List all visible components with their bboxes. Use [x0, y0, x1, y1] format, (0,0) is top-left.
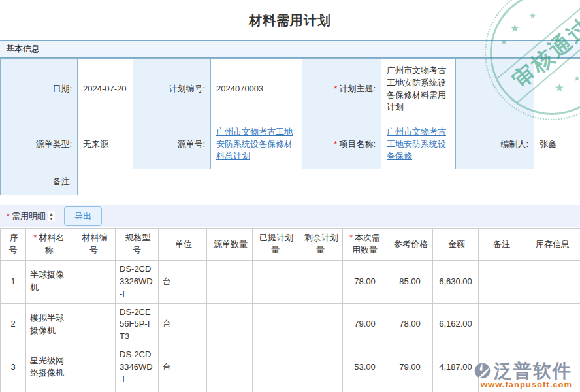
- project-link[interactable]: 广州市文物考古工地安防系统设备保修: [387, 127, 446, 161]
- details-toolbar: * 需用明细 ▲ ▼ 导出: [0, 205, 580, 227]
- col-header-material-no: 材料编号: [72, 229, 116, 261]
- table-cell: 星光级网络摄像机: [26, 346, 72, 389]
- table-cell: [253, 389, 298, 392]
- project-name-label: *项目名称:: [302, 120, 381, 169]
- export-button[interactable]: 导出: [64, 206, 102, 226]
- table-cell: 85.00: [387, 261, 433, 304]
- source-doc-link[interactable]: 广州市文物考古工地安防系统设备保修材料总计划: [216, 127, 293, 161]
- source-type-label: 源单类型:: [1, 120, 78, 169]
- plan-no-value: 2024070003: [211, 59, 302, 120]
- table-cell: [207, 346, 253, 389]
- col-header-current-required-qty: *本次需用数量: [343, 229, 387, 261]
- table-cell: DS-2CE56F5P-IT3: [116, 303, 159, 346]
- source-no-label: 源单号:: [133, 120, 211, 169]
- table-cell: [523, 303, 580, 346]
- chevron-down-icon[interactable]: ▼: [49, 216, 54, 221]
- table-cell: 台: [159, 346, 207, 389]
- table-cell: [207, 303, 253, 346]
- table-cell: [523, 346, 580, 389]
- table-cell: 78.00: [387, 303, 433, 346]
- spacer: [0, 195, 580, 205]
- col-header-submitted-plan-qty: 已提计划量: [253, 229, 298, 261]
- table-cell: [479, 389, 523, 392]
- col-header-unit: 单位: [159, 229, 207, 261]
- table-cell: [72, 389, 116, 392]
- table-row: 4星光级半球摄像机DS-2CD2346WD-I台81.0053.004,293.…: [1, 389, 580, 392]
- table-cell: [298, 303, 343, 346]
- date-label: 日期:: [1, 59, 78, 120]
- table-cell: 53.00: [387, 389, 433, 392]
- table-cell: 星光级半球摄像机: [26, 389, 72, 392]
- table-cell: 79.00: [387, 346, 433, 389]
- col-header-amount: 金额: [433, 229, 479, 261]
- chevron-up-icon[interactable]: ▲: [49, 212, 54, 216]
- table-cell: 半球摄像机: [26, 261, 72, 304]
- col-header-seq: 序号: [1, 229, 26, 261]
- table-cell: [479, 261, 523, 304]
- table-cell: [72, 346, 116, 389]
- table-cell: [72, 261, 116, 304]
- table-cell: [298, 261, 343, 304]
- plan-subject-label: *计划主题:: [302, 59, 381, 120]
- basic-info-row: 备注:: [1, 169, 580, 195]
- table-cell: 78.00: [343, 261, 387, 304]
- table-cell: [253, 261, 298, 304]
- table-cell: [253, 303, 298, 346]
- table-cell: 模拟半球摄像机: [26, 303, 72, 346]
- table-cell: 台: [159, 303, 207, 346]
- table-row: 2模拟半球摄像机DS-2CE56F5P-IT3台79.0078.006,162.…: [1, 303, 580, 346]
- details-table: 序号 *材料名称 材料编号 规格型号 单位 源单数量 已提计划量 剩余计划量 *…: [0, 228, 580, 392]
- required-mark: *: [334, 84, 337, 93]
- table-cell: DS-2CD3326WD-I: [116, 261, 159, 304]
- table-cell: 台: [159, 261, 207, 304]
- col-header-remark: 备注: [479, 229, 523, 261]
- table-cell: 81.00: [343, 389, 387, 392]
- creator-label: 编制人:: [456, 120, 534, 169]
- basic-info-row: 日期: 2024-07-20 计划编号: 2024070003 *计划主题: 广…: [1, 59, 580, 120]
- col-header-spec-model: 规格型号: [116, 229, 159, 261]
- table-cell: [207, 261, 253, 304]
- page-title: 材料需用计划: [0, 0, 580, 40]
- table-cell: 6,162.00: [433, 303, 479, 346]
- table-cell: DS-2CD3346WD-I: [116, 346, 159, 389]
- table-cell: [253, 346, 298, 389]
- table-row: 1半球摄像机DS-2CD3326WD-I台78.0085.006,630.00: [1, 261, 580, 304]
- col-header-source-qty: 源单数量: [207, 229, 253, 261]
- table-cell: 3: [1, 346, 26, 389]
- table-cell: 4: [1, 389, 26, 392]
- table-cell: [72, 303, 116, 346]
- table-cell: 2: [1, 303, 26, 346]
- remark-label: 备注:: [1, 169, 78, 195]
- plan-no-label: 计划编号:: [133, 59, 211, 120]
- details-tbody: 1半球摄像机DS-2CD3326WD-I台78.0085.006,630.002…: [1, 261, 580, 392]
- table-cell: 台: [159, 389, 207, 392]
- col-header-material-name: *材料名称: [26, 229, 72, 261]
- remark-value: [78, 169, 580, 195]
- col-header-stock-info: 库存信息: [523, 229, 580, 261]
- table-cell: [479, 303, 523, 346]
- basic-info-table: 日期: 2024-07-20 计划编号: 2024070003 *计划主题: 广…: [0, 58, 580, 195]
- details-header-row: 序号 *材料名称 材料编号 规格型号 单位 源单数量 已提计划量 剩余计划量 *…: [1, 229, 580, 261]
- empty-value-cell: [534, 59, 580, 120]
- col-header-ref-price: 参考价格: [387, 229, 433, 261]
- plan-subject-value: 广州市文物考古工地安防系统设备保修材料需用计划: [381, 59, 456, 120]
- table-cell: 79.00: [343, 303, 387, 346]
- table-cell: [523, 389, 580, 392]
- project-name-value: 广州市文物考古工地安防系统设备保修: [381, 120, 456, 169]
- basic-info-row: 源单类型: 无来源 源单号: 广州市文物考古工地安防系统设备保修材料总计划 *项…: [1, 120, 580, 169]
- required-mark: *: [334, 139, 337, 149]
- table-cell: [298, 346, 343, 389]
- table-cell: 53.00: [343, 346, 387, 389]
- table-cell: [207, 389, 253, 392]
- table-cell: DS-2CD2346WD-I: [116, 389, 159, 392]
- table-cell: 6,630.00: [433, 261, 479, 304]
- table-cell: [298, 389, 343, 392]
- basic-info-section-header: 基本信息: [0, 40, 580, 58]
- table-cell: 4,187.00: [433, 346, 479, 389]
- sort-spinner[interactable]: ▲ ▼: [48, 211, 55, 221]
- creator-value: 张鑫: [534, 120, 580, 169]
- details-section-title: 需用明细: [12, 210, 46, 222]
- empty-label-cell: [456, 59, 534, 120]
- source-no-value: 广州市文物考古工地安防系统设备保修材料总计划: [211, 120, 302, 169]
- required-mark: *: [7, 211, 10, 221]
